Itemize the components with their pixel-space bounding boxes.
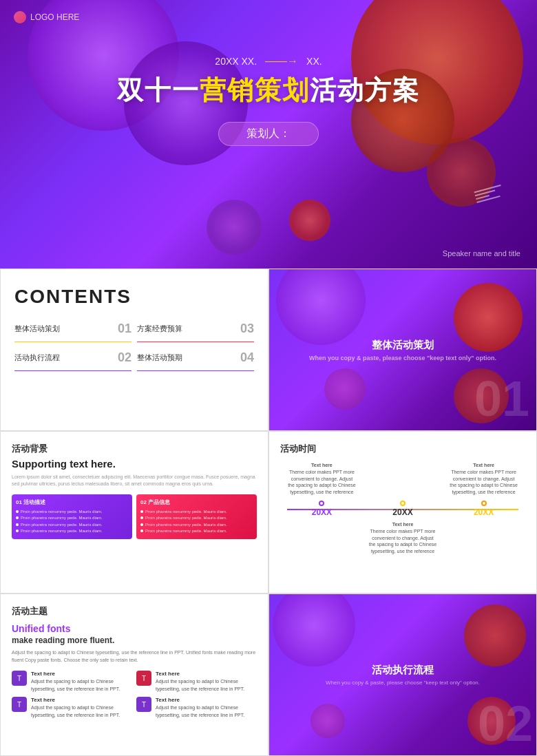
planner-bar: 策划人：: [218, 122, 319, 146]
s7blob4: [310, 704, 345, 738]
timeline-spacer-2: [368, 462, 438, 496]
theme-card-title-2: Text here: [156, 671, 257, 677]
contents-item-1: 整体活动策划 01: [14, 322, 131, 342]
background-card-2: 02 产品信息 Proin pharetra nonummy pede. Mau…: [136, 494, 257, 539]
date-arrow-icon: ——→: [265, 55, 298, 67]
timeline-point-1: 20XX: [287, 501, 357, 517]
section-number-2: 02: [478, 695, 533, 752]
theme-title: 活动主题: [12, 605, 257, 618]
theme-card-title-1: Text here: [31, 671, 132, 677]
theme-card-4: T Text here Adjust the spacing to adapt …: [136, 697, 257, 719]
slide-hero: LOGO HERE 20XX XX. ——→ XX. 双十一营销策划活动方案 策…: [0, 0, 537, 269]
contents-item-3: 方案经费预算 03: [137, 322, 254, 342]
contents-item-label-2: 活动执行流程: [14, 353, 60, 363]
theme-card-title-4: Text here: [156, 697, 257, 703]
background-body: Lorem ipsum dolor sit amet, consectetuer…: [12, 474, 257, 487]
card2-item-2: Proin pharetra nonummy pede. Mauris diam…: [140, 515, 253, 522]
slides-grid: CONTENTS 整体活动策划 01 方案经费预算 03 活动执行流程 02 整…: [0, 269, 537, 756]
slide-background: 活动背景 Supporting text here. Lorem ipsum d…: [0, 431, 268, 594]
timeline-year-3: 20XX: [474, 507, 494, 517]
theme-card-text-4: Adjust the spacing to adapt to Chinese t…: [156, 704, 257, 719]
slide-section-2: 02 活动执行流程 When you copy & paste, please …: [268, 594, 537, 756]
timeline-dot-3: [481, 501, 487, 506]
s7blob1: [273, 594, 355, 666]
contents-grid: 整体活动策划 01 方案经费预算 03 活动执行流程 02 整体活动预期 04: [14, 322, 254, 371]
timeline-spacer-bottom-3: [449, 521, 518, 556]
slide-section-1: 01 整体活动策划 When you copy & paste, please …: [268, 269, 537, 431]
card1-item-3: Proin pharetra nonummy pede. Mauris diam…: [16, 522, 128, 529]
contents-item-2: 活动执行流程 02: [14, 350, 131, 371]
timeline-dot-2: [400, 501, 406, 506]
main-title: 双十一营销策划活动方案: [117, 73, 420, 108]
theme-card-text-2: Adjust the spacing to adapt to Chinese t…: [156, 678, 257, 693]
theme-sub: make reading more fluent.: [12, 636, 257, 645]
title-part3: 活动方案: [310, 76, 420, 105]
section-label-1: 整体活动策划 When you copy & paste, please cho…: [269, 339, 536, 361]
timeline-text-top-3: Text hereTheme color makes PPT more conv…: [449, 462, 518, 496]
contents-item-num-2: 02: [118, 350, 131, 365]
timeline-point-3: 20XX: [449, 501, 518, 517]
section-number-1: 01: [474, 374, 529, 423]
theme-card-icon-1: T: [12, 671, 27, 686]
timeline-container: Text hereTheme color makes PPT more conv…: [280, 462, 525, 556]
title-part1: 双十一: [117, 76, 200, 105]
s3blob1: [276, 269, 366, 345]
date-row: 20XX XX. ——→ XX.: [215, 55, 322, 67]
card2-title: 02 产品信息: [140, 498, 253, 506]
planner-label: 策划人：: [246, 127, 291, 139]
blob-6: [207, 200, 262, 255]
timeline-year-2: 20XX: [392, 507, 412, 517]
contents-item-4: 整体活动预期 04: [137, 350, 254, 371]
timeline-dot-1: [319, 501, 324, 506]
contents-item-label-3: 方案经费预算: [137, 324, 182, 334]
theme-card-1: T Text here Adjust the spacing to adapt …: [12, 671, 132, 693]
theme-desc: Adjust the spacing to adapt to Chinese t…: [12, 649, 257, 664]
theme-card-icon-4: T: [136, 697, 151, 712]
theme-cards: T Text here Adjust the spacing to adapt …: [12, 671, 257, 719]
contents-item-label-1: 整体活动策划: [14, 324, 60, 334]
theme-card-text-3: Adjust the spacing to adapt to Chinese t…: [31, 704, 132, 719]
s7blob2: [464, 605, 526, 666]
card1-item-1: Proin pharetra nonummy pede. Mauris diam…: [16, 509, 128, 516]
card1-item-4: Proin pharetra nonummy pede. Mauris diam…: [16, 528, 128, 535]
timeline-text-top-1: Text hereTheme color makes PPT more conv…: [287, 462, 357, 496]
timeline-text-bottom-2: Text hereTheme color makes PPT more conv…: [368, 521, 438, 556]
s3blob4: [324, 368, 366, 410]
theme-card-title-3: Text here: [31, 697, 132, 703]
background-title: 活动背景: [12, 443, 257, 455]
card1-item-2: Proin pharetra nonummy pede. Mauris diam…: [16, 515, 128, 522]
background-subtitle: Supporting text here.: [12, 458, 257, 470]
card2-item-3: Proin pharetra nonummy pede. Mauris diam…: [140, 522, 253, 529]
card2-item-1: Proin pharetra nonummy pede. Mauris diam…: [140, 509, 253, 516]
slide-theme: 活动主题 Unified fonts make reading more flu…: [0, 594, 268, 756]
timeline-year-1: 20XX: [312, 507, 332, 517]
contents-item-num-3: 03: [240, 322, 254, 336]
slide-timeline: 活动时间 Text hereTheme color makes PPT more…: [268, 431, 537, 594]
date-left: 20XX XX.: [215, 56, 257, 67]
date-right: XX.: [306, 56, 322, 67]
theme-card-icon-2: T: [136, 671, 151, 686]
blob-7: [289, 200, 330, 241]
contents-item-num-4: 04: [240, 350, 254, 365]
theme-card-3: T Text here Adjust the spacing to adapt …: [12, 697, 132, 719]
hero-content: 20XX XX. ——→ XX. 双十一营销策划活动方案 策划人：: [0, 0, 537, 146]
theme-card-text-1: Adjust the spacing to adapt to Chinese t…: [31, 678, 132, 693]
card1-title: 01 活动描述: [16, 498, 128, 506]
title-part2: 营销策划: [200, 76, 310, 105]
card2-item-4: Proin pharetra nonummy pede. Mauris diam…: [140, 528, 253, 535]
theme-highlight: Unified fonts: [12, 623, 257, 634]
contents-title: CONTENTS: [14, 286, 254, 308]
timeline-title: 活动时间: [280, 443, 525, 455]
background-card-1: 01 活动描述 Proin pharetra nonummy pede. Mau…: [12, 494, 132, 539]
timeline-point-2: 20XX: [368, 501, 438, 517]
theme-card-2: T Text here Adjust the spacing to adapt …: [136, 671, 257, 693]
background-cards: 01 活动描述 Proin pharetra nonummy pede. Mau…: [12, 494, 257, 539]
contents-item-label-4: 整体活动预期: [137, 353, 182, 363]
section-label-2: 活动执行流程 When you copy & paste, please cho…: [269, 664, 536, 686]
speaker-text: Speaker name and title: [443, 249, 520, 258]
timeline-spacer-bottom-1: [287, 521, 357, 556]
theme-card-icon-3: T: [12, 697, 27, 712]
contents-item-num-1: 01: [118, 322, 131, 336]
slide-contents: CONTENTS 整体活动策划 01 方案经费预算 03 活动执行流程 02 整…: [0, 269, 268, 431]
